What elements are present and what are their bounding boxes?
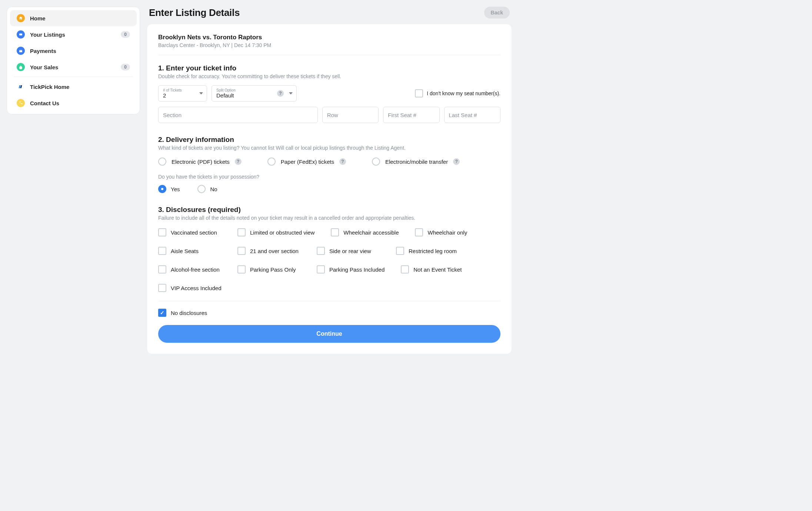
chevron-down-icon xyxy=(199,92,203,94)
radio-label: Yes xyxy=(171,186,180,192)
radio-label: Electronic/mobile transfer xyxy=(385,159,448,165)
checkbox-label: VIP Access Included xyxy=(171,285,221,291)
home-icon xyxy=(17,14,25,22)
checkbox-label: I don't know my seat number(s). xyxy=(427,90,500,96)
checkbox-icon xyxy=(317,247,325,255)
section-input[interactable] xyxy=(158,107,318,123)
checkbox-icon xyxy=(415,89,423,97)
money-bag-icon xyxy=(17,63,25,71)
checkbox-label: Wheelchair accessible xyxy=(343,229,399,236)
back-button[interactable]: Back xyxy=(484,7,510,19)
section-heading: 3. Disclosures (required) xyxy=(158,206,500,214)
event-header: Brooklyn Nets vs. Toronto Raptors Barcla… xyxy=(158,34,500,48)
disclosure-wheelchair-only[interactable]: Wheelchair only xyxy=(415,228,478,236)
phone-icon xyxy=(17,99,25,107)
checkbox-icon xyxy=(158,265,166,273)
checkbox-label: Restricted leg room xyxy=(409,248,457,254)
disclosure-vip-access[interactable]: VIP Access Included xyxy=(158,284,221,292)
first-seat-field[interactable] xyxy=(388,112,435,118)
last-seat-field[interactable] xyxy=(449,112,496,118)
page-title: Enter Listing Details xyxy=(149,7,240,19)
page-header: Enter Listing Details Back xyxy=(147,7,512,19)
section-desc: Failure to include all of the details no… xyxy=(158,215,500,221)
split-option-select[interactable]: Split Option Default ? xyxy=(212,85,297,102)
radio-icon xyxy=(372,157,380,166)
help-icon[interactable]: ? xyxy=(277,90,284,97)
disclosure-parking-only[interactable]: Parking Pass Only xyxy=(237,265,300,273)
sidebar-item-label: Your Sales xyxy=(30,64,116,70)
disclosure-restricted-legroom[interactable]: Restricted leg room xyxy=(396,247,459,255)
event-title: Brooklyn Nets vs. Toronto Raptors xyxy=(158,34,500,41)
possession-yes[interactable]: Yes xyxy=(158,185,180,193)
sidebar-item-tickpick-home[interactable]: TickPick Home xyxy=(10,79,137,95)
divider xyxy=(158,55,500,55)
sidebar-item-payments[interactable]: Payments xyxy=(10,43,137,59)
ticket-icon xyxy=(17,30,25,39)
checkbox-icon xyxy=(237,265,246,273)
chevron-down-icon xyxy=(289,92,293,94)
continue-button[interactable]: Continue xyxy=(158,325,500,343)
sidebar-item-label: Home xyxy=(30,15,130,21)
tickpick-logo-icon xyxy=(17,83,25,91)
disclosure-21-over[interactable]: 21 and over section xyxy=(237,247,300,255)
radio-label: Paper (FedEx) tickets xyxy=(281,159,334,165)
help-icon[interactable]: ? xyxy=(453,158,460,165)
disclosure-alcohol-free[interactable]: Alcohol-free section xyxy=(158,265,221,273)
disclosure-wheelchair-accessible[interactable]: Wheelchair accessible xyxy=(331,228,399,236)
row-field[interactable] xyxy=(327,112,374,118)
checkbox-icon xyxy=(158,309,166,317)
disclosure-not-event-ticket[interactable]: Not an Event Ticket xyxy=(401,265,464,273)
section-ticket-info: 1. Enter your ticket info Double check f… xyxy=(158,64,500,123)
svg-rect-0 xyxy=(19,34,22,36)
sidebar-item-home[interactable]: Home xyxy=(10,10,137,26)
checkbox-label: Alcohol-free section xyxy=(171,266,220,273)
no-disclosures-checkbox[interactable]: No disclosures xyxy=(158,309,500,317)
radio-label: Electronic (PDF) tickets xyxy=(172,159,230,165)
sales-badge: 0 xyxy=(121,64,130,70)
checkbox-icon xyxy=(415,228,423,236)
delivery-option-electronic[interactable]: Electronic (PDF) tickets ? xyxy=(158,157,242,166)
checkbox-icon xyxy=(158,284,166,292)
checkbox-icon xyxy=(158,247,166,255)
listings-badge: 0 xyxy=(121,31,130,38)
sidebar-item-your-listings[interactable]: Your Listings 0 xyxy=(10,26,137,43)
sidebar-item-your-sales[interactable]: Your Sales 0 xyxy=(10,59,137,75)
sidebar-item-contact-us[interactable]: Contact Us xyxy=(10,95,137,111)
checkbox-label: Limited or obstructed view xyxy=(250,229,315,236)
sidebar-item-label: Payments xyxy=(30,48,130,54)
sidebar-item-label: Your Listings xyxy=(30,31,116,38)
last-seat-input[interactable] xyxy=(444,107,500,123)
section-disclosures: 3. Disclosures (required) Failure to inc… xyxy=(158,206,500,317)
calendar-icon xyxy=(17,47,25,55)
disclosure-parking-included[interactable]: Parking Pass Included xyxy=(317,265,385,273)
first-seat-input[interactable] xyxy=(383,107,439,123)
disclosure-side-rear[interactable]: Side or rear view xyxy=(317,247,380,255)
divider xyxy=(14,77,133,77)
possession-no[interactable]: No xyxy=(197,185,217,193)
checkbox-icon xyxy=(237,228,246,236)
section-heading: 2. Delivery information xyxy=(158,136,500,144)
delivery-option-mobile[interactable]: Electronic/mobile transfer ? xyxy=(372,157,460,166)
sidebar-item-label: Contact Us xyxy=(30,100,130,106)
help-icon[interactable]: ? xyxy=(339,158,346,165)
section-desc: Double check for accuracy. You're commit… xyxy=(158,73,500,79)
dont-know-seat-checkbox[interactable]: I don't know my seat number(s). xyxy=(415,89,500,97)
checkbox-label: No disclosures xyxy=(171,310,207,316)
ticket-count-select[interactable]: # of Tickets 2 xyxy=(158,85,207,102)
listing-card: Brooklyn Nets vs. Toronto Raptors Barcla… xyxy=(147,24,512,354)
row-input[interactable] xyxy=(322,107,379,123)
disclosure-vaccinated[interactable]: Vaccinated section xyxy=(158,228,221,236)
checkbox-icon xyxy=(401,265,409,273)
disclosure-aisle-seats[interactable]: Aisle Seats xyxy=(158,247,221,255)
section-heading: 1. Enter your ticket info xyxy=(158,64,500,72)
checkbox-label: 21 and over section xyxy=(250,248,299,254)
help-icon[interactable]: ? xyxy=(235,158,242,165)
checkbox-label: Aisle Seats xyxy=(171,248,199,254)
disclosure-obstructed[interactable]: Limited or obstructed view xyxy=(237,228,315,236)
radio-label: No xyxy=(210,186,217,192)
delivery-option-paper[interactable]: Paper (FedEx) tickets ? xyxy=(267,157,346,166)
svg-rect-2 xyxy=(19,50,22,50)
checkbox-icon xyxy=(331,228,339,236)
section-field[interactable] xyxy=(163,112,313,118)
checkbox-label: Wheelchair only xyxy=(427,229,467,236)
